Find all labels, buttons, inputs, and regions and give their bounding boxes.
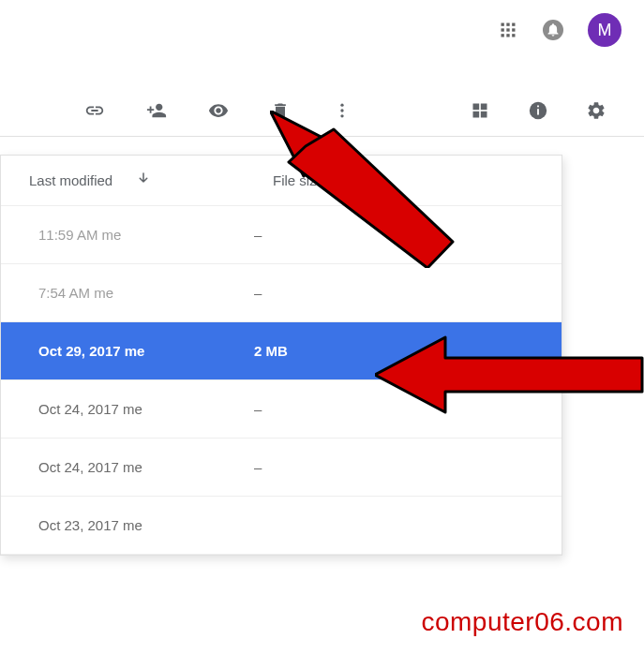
file-row-size: – [254, 227, 348, 243]
column-header-row: Last modified File size [1, 156, 562, 206]
svg-rect-1 [506, 23, 509, 26]
file-row-size: – [254, 401, 348, 417]
file-row-date: Oct 24, 2017 me [38, 401, 254, 417]
file-row[interactable]: Oct 29, 2017 me2 MB [1, 322, 562, 380]
svg-rect-16 [481, 111, 487, 117]
svg-rect-14 [481, 103, 487, 110]
column-file-size-label: File size [273, 172, 324, 188]
svg-point-12 [340, 114, 343, 117]
grid-view-icon[interactable] [470, 100, 490, 121]
file-row[interactable]: Oct 24, 2017 me– [1, 438, 562, 497]
svg-rect-18 [537, 109, 539, 114]
info-icon[interactable] [528, 100, 548, 121]
file-row-date: Oct 23, 2017 me [38, 517, 254, 533]
file-row-date: 11:59 AM me [38, 227, 254, 243]
link-icon[interactable] [84, 100, 105, 121]
file-row-size: – [254, 285, 348, 301]
file-row-date: 7:54 AM me [38, 285, 254, 301]
svg-rect-7 [506, 34, 509, 37]
file-row[interactable]: 11:59 AM me– [1, 206, 562, 264]
svg-rect-19 [537, 105, 539, 107]
svg-rect-6 [502, 34, 504, 37]
file-row[interactable]: Oct 23, 2017 me [1, 497, 562, 555]
action-toolbar [0, 84, 644, 137]
file-row[interactable]: Oct 24, 2017 me– [1, 380, 562, 438]
svg-rect-13 [473, 103, 480, 110]
file-row-date: Oct 29, 2017 me [38, 343, 254, 359]
more-icon[interactable] [332, 100, 352, 121]
file-list-panel: Last modified File size 11:59 AM me–7:54… [0, 155, 562, 556]
svg-rect-3 [502, 28, 504, 31]
file-row-size: – [254, 459, 348, 475]
svg-rect-8 [512, 34, 515, 37]
file-row-date: Oct 24, 2017 me [38, 459, 254, 475]
preview-icon[interactable] [208, 100, 229, 121]
svg-rect-4 [506, 28, 509, 31]
settings-icon[interactable] [586, 100, 607, 121]
column-file-size[interactable]: File size [273, 172, 324, 188]
file-row[interactable]: 7:54 AM me– [1, 264, 562, 322]
svg-point-10 [340, 103, 343, 106]
trash-icon[interactable] [270, 100, 291, 121]
add-person-icon[interactable] [146, 100, 167, 121]
file-row-size: 2 MB [254, 343, 348, 359]
avatar[interactable]: M [588, 13, 622, 47]
svg-rect-15 [473, 111, 480, 117]
apps-icon[interactable] [498, 20, 518, 40]
watermark: computer06.com [421, 607, 623, 637]
svg-rect-2 [512, 23, 515, 26]
column-last-modified-label: Last modified [29, 172, 112, 188]
svg-point-11 [340, 109, 343, 111]
svg-rect-5 [512, 28, 515, 31]
svg-rect-0 [502, 23, 504, 26]
sort-arrow-down-icon [135, 171, 152, 190]
app-header: M [0, 0, 644, 60]
column-last-modified[interactable]: Last modified [29, 171, 273, 190]
avatar-initial: M [598, 21, 612, 40]
notifications-icon[interactable] [543, 20, 563, 40]
